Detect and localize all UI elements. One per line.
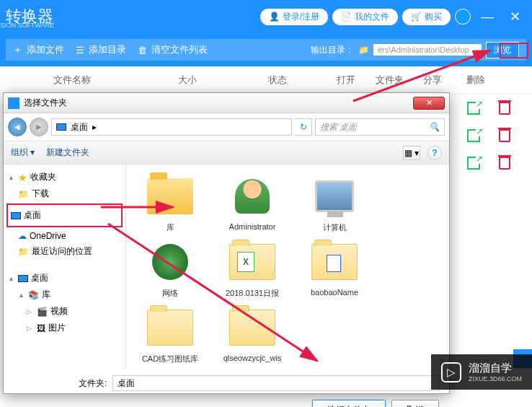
search-input[interactable]: 搜索 桌面 🔍: [315, 118, 445, 136]
delete-icon[interactable]: [499, 129, 510, 142]
folder-dialog: 选择文件夹 ✕ ◄ ► 桌面 ▸ ↻ 搜索 桌面 🔍 组织 ▾ 新建文件夹 ▦ …: [3, 92, 450, 394]
star-icon: ★: [18, 172, 27, 183]
select-folder-button[interactable]: 选择文件夹: [312, 400, 386, 407]
recent-icon: 📁: [18, 247, 29, 257]
folder-open-icon: [147, 178, 193, 214]
file-admin[interactable]: Administrator: [214, 173, 291, 233]
cancel-button[interactable]: 取消: [391, 400, 439, 407]
add-file-label: 添加文件: [27, 43, 64, 56]
picture-icon: 🖼: [37, 323, 45, 333]
folder-icon: [147, 310, 193, 346]
search-placeholder: 搜索 桌面: [320, 121, 357, 134]
user-icon: 👤: [269, 12, 280, 22]
desktop-icon: [56, 123, 66, 131]
tree-desktop[interactable]: 桌面: [6, 204, 123, 227]
file-folder2[interactable]: baobaoName: [296, 239, 373, 299]
library-icon: 📚: [28, 290, 39, 300]
tree-recent[interactable]: 📁最近访问的位置: [6, 243, 123, 260]
dialog-close-button[interactable]: ✕: [413, 97, 445, 110]
video-icon: 🎬: [37, 307, 48, 317]
tree-onedrive[interactable]: ☁OneDrive: [6, 229, 123, 243]
tree-library[interactable]: ▲📚库: [6, 286, 123, 303]
plus-icon: ＋: [13, 43, 22, 56]
add-dir-label: 添加目录: [89, 43, 126, 56]
folder-icon: 📁: [358, 45, 369, 55]
col-folder: 文件夹: [368, 74, 411, 87]
col-delete: 删除: [454, 74, 497, 87]
output-dir-label: 输出目录：: [311, 44, 354, 56]
buy-label: 购买: [425, 11, 442, 23]
col-open: 打开: [324, 74, 368, 87]
play-icon: ▷: [441, 362, 461, 382]
file-icon: 📄: [341, 12, 352, 22]
watermark-name: 溜溜自学: [469, 362, 512, 374]
computer-icon: [315, 180, 354, 212]
breadcrumb-text: 桌面: [71, 121, 88, 134]
view-button[interactable]: ▦ ▾: [403, 146, 420, 160]
folder-icon: [229, 310, 275, 346]
refresh-button[interactable]: ↻: [295, 118, 312, 136]
watermark-url: ZIXUE.3D66.COM: [469, 375, 522, 382]
col-status: 状态: [231, 74, 324, 87]
breadcrumb[interactable]: 桌面 ▸: [51, 118, 292, 136]
delete-icon[interactable]: [499, 157, 510, 170]
file-folder3[interactable]: CAD练习图纸库: [132, 305, 208, 364]
tree-downloads[interactable]: 📁下载: [6, 185, 123, 202]
clear-list-button[interactable]: 🗑 清空文件列表: [138, 43, 208, 56]
folder-tree: ▲★收藏夹 📁下载 桌面 ☁OneDrive 📁最近访问的位置 ▲桌面 ▲📚库 …: [4, 165, 126, 368]
desktop-icon: [11, 212, 21, 219]
buy-button[interactable]: 🛒 购买: [402, 9, 451, 25]
help-button[interactable]: ?: [427, 146, 442, 160]
user-icon: [235, 179, 270, 214]
dialog-title: 选择文件夹: [24, 97, 67, 109]
add-dir-button[interactable]: ☰ 添加目录: [76, 43, 126, 56]
desktop-icon: [18, 275, 28, 282]
network-icon: [152, 244, 188, 280]
open-icon[interactable]: [467, 129, 480, 142]
tree-desktop-root[interactable]: ▲桌面: [6, 270, 123, 286]
watermark: ▷ 溜溜自学 ZIXUE.3D66.COM: [431, 354, 532, 390]
chevron-right-icon: ▸: [92, 122, 97, 132]
file-folder1[interactable]: 2018.0131日报: [214, 239, 291, 299]
col-name: 文件名称: [0, 74, 144, 87]
search-icon: 🔍: [429, 122, 440, 132]
open-icon[interactable]: [467, 102, 480, 115]
list-icon: ☰: [76, 45, 84, 56]
globe-icon[interactable]: 🌐: [455, 9, 471, 25]
file-grid: 库 Administrator 计算机 网络 2018.0131日报 baoba…: [126, 165, 449, 368]
file-network[interactable]: 网络: [132, 239, 208, 299]
my-files-label: 我的文件: [355, 11, 389, 23]
col-size: 大小: [144, 74, 231, 87]
tree-pictures[interactable]: ▷🖼图片: [6, 320, 123, 336]
delete-icon[interactable]: [499, 102, 510, 115]
cloud-icon: ☁: [18, 231, 27, 241]
file-library[interactable]: 库: [132, 173, 208, 233]
folder-input-label: 文件夹:: [14, 377, 107, 390]
clear-icon: 🗑: [138, 45, 147, 56]
folder-icon: 📁: [18, 189, 29, 199]
cart-icon: 🛒: [411, 12, 422, 22]
file-folder4[interactable]: qlseowzycjc_wis: [214, 305, 291, 364]
new-folder-button[interactable]: 新建文件夹: [46, 146, 89, 159]
nav-back-button[interactable]: ◄: [8, 118, 27, 136]
minimize-button[interactable]: —: [475, 9, 500, 25]
close-button[interactable]: ✕: [504, 9, 526, 25]
col-share: 分享: [411, 74, 454, 87]
tree-favorites[interactable]: ▲★收藏夹: [6, 169, 123, 185]
dialog-icon: [8, 97, 19, 109]
folder-input[interactable]: [112, 375, 439, 391]
folder-icon: [229, 244, 275, 280]
login-label: 登录/注册: [283, 11, 319, 23]
output-path-field[interactable]: ers\Administrator\Desktop: [373, 44, 482, 56]
add-file-button[interactable]: ＋ 添加文件: [13, 43, 64, 56]
organize-button[interactable]: 组织 ▾: [11, 146, 35, 159]
file-computer[interactable]: 计算机: [296, 173, 373, 233]
my-files-button[interactable]: 📄 我的文件: [332, 9, 398, 25]
folder-icon: [311, 244, 358, 280]
nav-forward-button[interactable]: ►: [30, 118, 48, 136]
annotation-highlight: [500, 43, 528, 58]
open-icon[interactable]: [467, 157, 480, 170]
tree-videos[interactable]: ▷🎬视频: [6, 303, 123, 320]
login-button[interactable]: 👤 登录/注册: [260, 9, 328, 25]
clear-list-label: 清空文件列表: [151, 43, 208, 56]
